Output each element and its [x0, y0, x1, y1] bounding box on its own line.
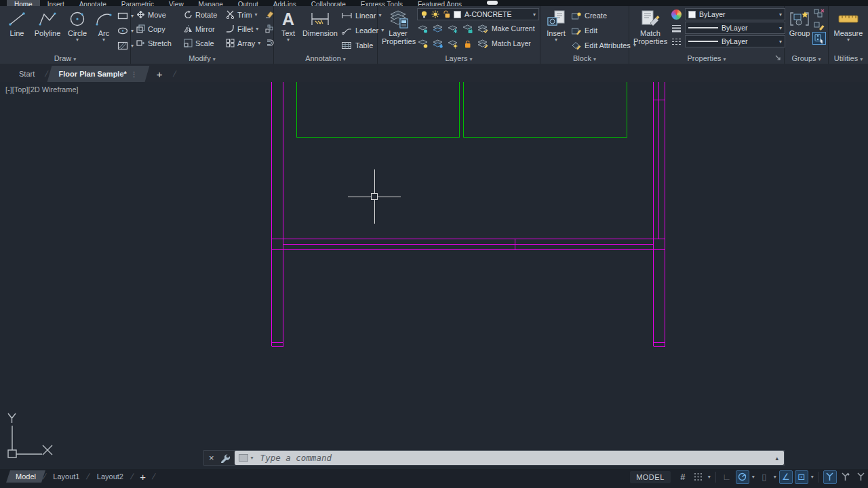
model-space-badge[interactable]: MODEL	[630, 471, 671, 483]
layer-match-button[interactable]	[432, 39, 443, 49]
tab-home[interactable]: Home	[7, 0, 40, 6]
lineweight-sample	[688, 27, 718, 28]
panel-label-annotation[interactable]: Annotation ▾	[274, 54, 377, 62]
group-selection-toggle[interactable]	[813, 33, 825, 44]
panel-label-utilities[interactable]: Utilities ▾	[829, 54, 868, 62]
array-button[interactable]: Array ▾	[226, 37, 262, 50]
trim-button[interactable]: Trim ▾	[226, 8, 262, 22]
layout2-tab[interactable]: Layout2	[90, 470, 131, 483]
panel-launcher-icon[interactable]	[775, 55, 781, 61]
insert-button[interactable]: Insert ▾	[545, 7, 568, 52]
linetype-dropdown[interactable]: ByLayer ▾	[685, 35, 785, 47]
fillet-button[interactable]: Fillet ▾	[226, 22, 262, 36]
close-icon[interactable]: ×	[204, 453, 219, 463]
match-layer-button[interactable]: Match Layer	[477, 37, 531, 50]
edit-block-icon	[571, 26, 582, 35]
edit-attributes-button[interactable]: Edit Attributes ▾	[571, 39, 636, 52]
layer-isolate-button[interactable]	[432, 24, 443, 34]
layer-dropdown[interactable]: A-CONCRETE ▾	[417, 8, 539, 20]
table-icon	[341, 41, 353, 49]
file-tab-menu-icon[interactable]: ⋮	[131, 70, 138, 78]
layer-on-off-button[interactable]	[417, 39, 429, 49]
expand-history-icon[interactable]: ▴	[775, 455, 780, 462]
customize-wrench-icon[interactable]	[219, 453, 235, 463]
object-snap-tracking-toggle[interactable]: ∠	[779, 470, 793, 484]
tab-insert[interactable]: Insert	[40, 0, 72, 6]
tab-annotate[interactable]: Annotate	[72, 0, 114, 6]
rotate-button[interactable]: Rotate	[184, 8, 226, 22]
panel-label-draw[interactable]: Draw ▾	[0, 54, 130, 62]
new-layout-button[interactable]: +	[133, 471, 153, 483]
snap-mode-toggle[interactable]	[692, 470, 705, 484]
annotation-visibility-toggle[interactable]	[823, 470, 837, 484]
create-block-button[interactable]: Create	[571, 9, 636, 22]
layer-freeze-button[interactable]	[447, 24, 458, 34]
circle-button[interactable]: Circle ▾	[64, 7, 90, 52]
command-input[interactable]: ▾ Type a command ▴	[235, 451, 784, 465]
annotation-autoscale-toggle[interactable]	[839, 470, 852, 484]
make-current-button[interactable]: Make Current	[477, 22, 535, 35]
match-properties-button[interactable]: Match Properties	[633, 7, 667, 52]
file-tab-start[interactable]: Start	[9, 66, 44, 82]
group-edit-button[interactable]	[813, 20, 825, 31]
text-button[interactable]: A Text ▾	[277, 7, 299, 52]
lineweight-dropdown[interactable]: ByLayer ▾	[685, 22, 785, 34]
model-space-canvas[interactable]	[0, 82, 868, 469]
grid-display-toggle[interactable]: #	[676, 470, 690, 484]
measure-button[interactable]: Measure ▾	[831, 7, 866, 52]
annotation-scale-icon[interactable]	[854, 470, 868, 484]
tab-output[interactable]: Output	[231, 0, 266, 6]
polyline-button[interactable]: Polyline	[32, 7, 63, 52]
tab-view[interactable]: View	[161, 0, 191, 6]
stretch-button[interactable]: Stretch	[136, 37, 184, 50]
group-button[interactable]: Group	[787, 7, 812, 52]
dimension-button[interactable]: Dimension	[301, 7, 339, 52]
panel-label-properties[interactable]: Properties ▾	[629, 54, 784, 62]
ungroup-button[interactable]	[813, 8, 825, 19]
file-tab-active[interactable]: Floor Plan Sample* ⋮	[50, 66, 147, 82]
copy-button[interactable]: Copy	[136, 22, 184, 36]
panel-label-layers[interactable]: Layers ▾	[378, 54, 540, 62]
panel-label-modify[interactable]: Modify ▾	[131, 54, 273, 62]
tab-parametric[interactable]: Parametric	[114, 0, 161, 6]
mirror-button[interactable]: Mirror	[184, 22, 226, 36]
layer-lock-button[interactable]	[462, 24, 473, 34]
caret-down-icon[interactable]: ▾	[707, 474, 711, 480]
new-drawing-tab-button[interactable]: +	[147, 66, 172, 82]
layer-properties-button[interactable]: Layer Properties	[382, 7, 414, 52]
panel-label-block[interactable]: Block ▾	[540, 54, 629, 62]
trim-icon	[226, 10, 235, 19]
caret-down-icon[interactable]: ▾	[773, 474, 777, 480]
array-icon	[226, 39, 235, 47]
tab-collaborate[interactable]: Collaborate	[304, 0, 353, 6]
dimension-icon	[309, 9, 332, 29]
panel-utilities: Measure ▾ Utilities ▾	[829, 6, 868, 64]
scale-button[interactable]: Scale	[184, 37, 226, 50]
tab-express-tools[interactable]: Express Tools	[353, 0, 410, 6]
layer-thaw-button[interactable]	[447, 39, 458, 49]
layer-unlock-button[interactable]	[462, 39, 473, 49]
recent-commands-icon[interactable]	[239, 454, 248, 462]
caret-down-icon[interactable]: ▾	[751, 474, 755, 480]
tab-featured-apps[interactable]: Featured Apps	[410, 0, 469, 6]
object-color-dropdown[interactable]: ByLayer ▾	[685, 8, 785, 20]
object-snap-toggle[interactable]: ⊡	[795, 470, 808, 484]
panel-label-groups[interactable]: Groups ▾	[785, 54, 828, 62]
fillet-icon	[226, 24, 235, 33]
command-placeholder: Type a command	[260, 453, 773, 463]
polar-tracking-toggle[interactable]	[736, 470, 749, 484]
ortho-toggle[interactable]: ∟	[720, 470, 734, 484]
autocad-window: Home Insert Annotate Parametric View Man…	[0, 0, 868, 488]
viewport-controls[interactable]: [-][Top][2D Wireframe]	[5, 85, 79, 94]
move-button[interactable]: Move	[136, 8, 184, 22]
caret-down-icon[interactable]: ▾	[810, 474, 814, 480]
tab-manage[interactable]: Manage	[191, 0, 231, 6]
line-button[interactable]: Line	[3, 7, 31, 52]
edit-block-button[interactable]: Edit	[571, 24, 636, 37]
model-tab[interactable]: Model	[8, 470, 43, 483]
layer-off-button[interactable]	[417, 24, 429, 34]
tab-add-ins[interactable]: Add-ins	[266, 0, 304, 6]
isometric-drafting-toggle[interactable]: ▯	[757, 470, 771, 484]
layout1-tab[interactable]: Layout1	[45, 470, 87, 483]
arc-button[interactable]: Arc ▾	[92, 7, 116, 52]
